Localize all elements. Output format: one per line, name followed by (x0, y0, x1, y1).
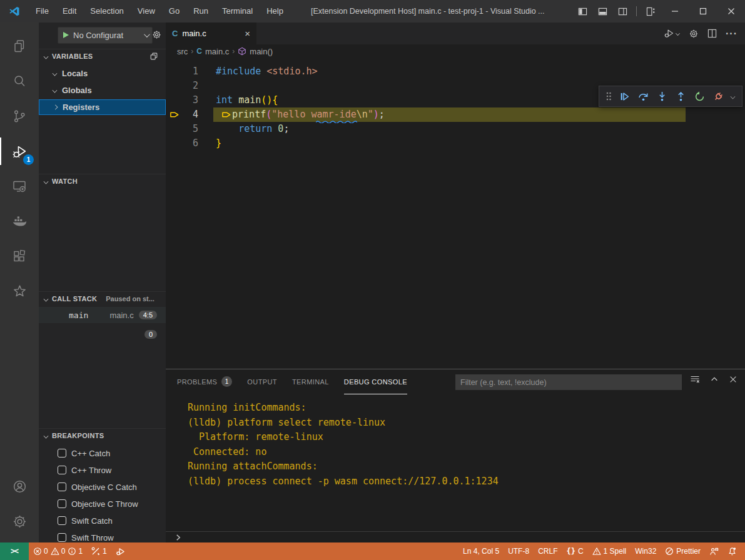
panel-tab-terminal[interactable]: TERMINAL (292, 369, 329, 394)
run-or-debug-button[interactable] (664, 28, 680, 39)
breakpoint-row[interactable]: Objective C Throw (39, 496, 166, 512)
menu-selection[interactable]: Selection (83, 0, 130, 22)
problems-status[interactable]: 0 0 1 (29, 542, 87, 560)
breadcrumb-symbol[interactable]: main() (250, 47, 273, 56)
start-debug-icon[interactable] (62, 31, 69, 39)
menu-terminal[interactable]: Terminal (215, 0, 260, 22)
debug-console-prompt[interactable] (166, 531, 745, 543)
variables-scope-globals[interactable]: Globals (39, 82, 166, 98)
checkbox-unchecked[interactable] (58, 533, 66, 542)
clear-console-icon[interactable] (690, 374, 700, 384)
checkbox-unchecked[interactable] (58, 482, 66, 491)
variables-scope-locals[interactable]: Locals (39, 66, 166, 81)
close-button[interactable] (717, 0, 745, 22)
code-line[interactable]: 6} (166, 136, 745, 151)
variables-section-header[interactable]: VARIABLES (39, 49, 166, 63)
glyph-margin[interactable] (166, 122, 180, 136)
spell-status[interactable]: 1 Spell (588, 542, 631, 560)
stack-frame-row[interactable]: main main.c 4:5 (39, 307, 166, 323)
step-over-button[interactable] (634, 88, 652, 105)
notifications-button[interactable] (723, 542, 741, 560)
code-line[interactable]: 5 return 0; (166, 122, 745, 136)
checkbox-unchecked[interactable] (58, 466, 66, 474)
inline-breakpoint-icon[interactable] (221, 108, 232, 122)
encoding-indicator[interactable]: UTF-8 (504, 542, 534, 560)
code-line[interactable]: 1#include <stdio.h> (166, 64, 745, 79)
breadcrumb-file[interactable]: main.c (205, 47, 229, 56)
breakpoints-section-header[interactable]: BREAKPOINTS (39, 428, 166, 442)
checkbox-unchecked[interactable] (58, 516, 66, 525)
sidebar-item-docker[interactable] (0, 204, 39, 239)
panel-tab-problems[interactable]: PROBLEMS1 (177, 369, 232, 394)
toggle-panel-icon[interactable] (592, 0, 612, 22)
watch-section-header[interactable]: WATCH (39, 174, 166, 188)
menu-file[interactable]: File (29, 0, 56, 22)
customize-layout-icon[interactable] (641, 0, 661, 22)
formatter-status[interactable]: Prettier (661, 542, 705, 560)
step-into-button[interactable] (653, 88, 671, 105)
maximize-button[interactable] (689, 0, 717, 22)
language-indicator[interactable]: {} C (562, 542, 587, 560)
minimize-button[interactable] (661, 0, 689, 22)
toggle-secondary-sidebar-icon[interactable] (612, 0, 632, 22)
close-panel-icon[interactable] (729, 375, 737, 384)
feedback-button[interactable] (705, 542, 723, 560)
maximize-panel-icon[interactable] (710, 375, 719, 384)
menu-help[interactable]: Help (260, 0, 290, 22)
step-out-button[interactable] (672, 88, 689, 105)
debug-config-dropdown[interactable]: No Configurat (58, 27, 153, 44)
console-filter-input[interactable] (455, 374, 682, 390)
panel-tab-output[interactable]: OUTPUT (247, 369, 277, 394)
more-actions-button[interactable]: ··· (726, 28, 737, 39)
continue-button[interactable] (616, 88, 633, 105)
checkbox-unchecked[interactable] (58, 449, 66, 458)
breakpoint-row[interactable]: Swift Catch (39, 512, 166, 529)
sidebar-item-explorer[interactable] (0, 29, 39, 64)
sidebar-item-extensions[interactable] (0, 239, 39, 274)
code-line[interactable]: 4 printf("hello wamr-ide\n"); (166, 108, 745, 122)
debug-toolbar[interactable] (599, 86, 742, 107)
disconnect-button[interactable] (709, 88, 727, 105)
menu-run[interactable]: Run (186, 0, 215, 22)
variables-scope-registers[interactable]: Registers (39, 99, 166, 115)
breakpoint-row[interactable]: Objective C Catch (39, 479, 166, 495)
breakpoint-row[interactable]: C++ Catch (39, 445, 166, 461)
editor-gear-button[interactable] (689, 29, 699, 39)
glyph-margin[interactable] (166, 136, 180, 151)
thread-row[interactable]: 0 (39, 327, 166, 342)
restart-button[interactable] (691, 88, 708, 105)
tools-status[interactable]: 1 (87, 542, 111, 560)
platform-indicator[interactable]: Win32 (631, 542, 661, 560)
breadcrumb-src[interactable]: src (177, 47, 188, 56)
debug-status[interactable] (111, 542, 129, 560)
sidebar-item-run-and-debug[interactable]: 1 (0, 134, 39, 169)
current-frame-arrow-icon[interactable] (166, 108, 180, 122)
chevron-down-icon[interactable] (728, 94, 737, 99)
collapse-all-icon[interactable] (150, 52, 158, 61)
tab-main-c[interactable]: C main.c × (166, 22, 256, 44)
eol-indicator[interactable]: CRLF (534, 542, 562, 560)
panel-tab-debug-console[interactable]: DEBUG CONSOLE (344, 369, 407, 394)
glyph-margin[interactable] (166, 64, 180, 79)
menu-edit[interactable]: Edit (56, 0, 83, 22)
launch-config-gear-icon[interactable] (152, 30, 161, 39)
toggle-primary-sidebar-icon[interactable] (572, 0, 592, 22)
settings-button[interactable] (0, 504, 39, 539)
sidebar-item-star[interactable] (0, 274, 39, 309)
code-area[interactable]: 1#include <stdio.h>23int main(){4 printf… (166, 58, 745, 369)
call-stack-section-header[interactable]: CALL STACK Paused on st... (39, 291, 166, 306)
accounts-button[interactable] (0, 469, 39, 504)
sidebar-item-source-control[interactable] (0, 99, 39, 134)
split-editor-button[interactable] (707, 29, 717, 38)
glyph-margin[interactable] (166, 93, 180, 108)
tab-close-icon[interactable]: × (245, 28, 250, 39)
breakpoint-row[interactable]: C++ Throw (39, 462, 166, 478)
sidebar-item-remote-explorer[interactable] (0, 169, 39, 204)
menu-view[interactable]: View (131, 0, 162, 22)
cursor-position[interactable]: Ln 4, Col 5 (459, 542, 504, 560)
drag-grip-icon[interactable] (603, 88, 614, 105)
menu-go[interactable]: Go (162, 0, 186, 22)
glyph-margin[interactable] (166, 79, 180, 93)
sidebar-item-search[interactable] (0, 64, 39, 99)
checkbox-unchecked[interactable] (58, 499, 66, 508)
